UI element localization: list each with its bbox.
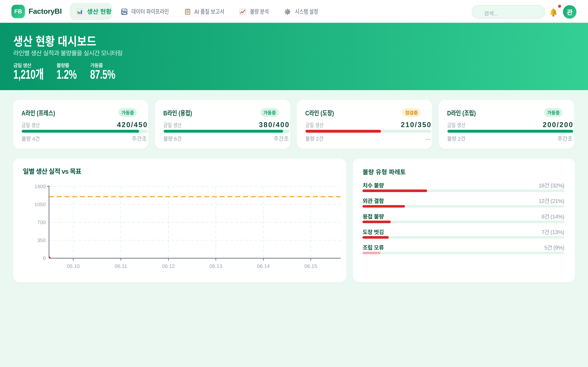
svg-text:06.11: 06.11 <box>115 263 127 269</box>
svg-text:06.15: 06.15 <box>304 263 317 269</box>
svg-text:350: 350 <box>37 237 46 243</box>
svg-text:06.14: 06.14 <box>257 263 270 269</box>
svg-text:06.13: 06.13 <box>209 263 222 269</box>
svg-text:06.12: 06.12 <box>162 263 175 269</box>
svg-text:1050: 1050 <box>35 201 46 207</box>
svg-text:0: 0 <box>43 255 46 261</box>
svg-text:1400: 1400 <box>35 184 46 189</box>
svg-text:700: 700 <box>37 219 46 225</box>
svg-text:06.10: 06.10 <box>67 263 80 269</box>
